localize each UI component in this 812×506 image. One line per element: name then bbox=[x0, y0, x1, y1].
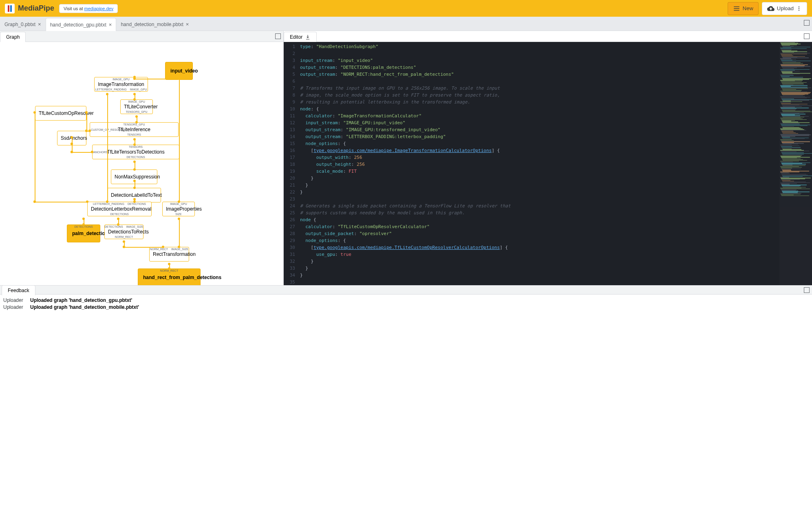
minimap[interactable] bbox=[779, 42, 812, 285]
download-icon[interactable] bbox=[305, 34, 311, 40]
maximize-icon[interactable] bbox=[804, 33, 810, 39]
graph-node-rect-trans[interactable]: NORM_RECTIMAGE_SIZERectTransformation bbox=[149, 247, 189, 262]
brand-name: MediaPipe bbox=[18, 4, 54, 13]
visit-link[interactable]: mediapipe.dev bbox=[84, 6, 114, 11]
visit-link-box[interactable]: Visit us at mediapipe.dev bbox=[59, 4, 118, 13]
graph-node-det-letterbox[interactable]: LETTERBOX_PADDINGDETECTIONSDetectionLett… bbox=[87, 202, 152, 216]
maximize-icon[interactable] bbox=[804, 20, 810, 26]
graph-panel: Graph input_videoIMAGE_GPUImageTransform… bbox=[0, 31, 284, 285]
maximize-icon[interactable] bbox=[804, 287, 810, 293]
svg-point-4 bbox=[799, 8, 799, 9]
new-button[interactable]: New bbox=[728, 2, 759, 15]
graph-node-tflite-converter[interactable]: IMAGE_GPUTfLiteConverterTENSORS_GPU bbox=[120, 99, 153, 114]
graph-node-tflite-custom[interactable]: TfLiteCustomOpResolver bbox=[35, 106, 86, 121]
code-editor[interactable]: 1234567891011121314151617181920212223242… bbox=[284, 42, 812, 285]
graph-node-tflite-inference[interactable]: TENSORS_GPUCUSTOM_OP_RESOLVERTfLiteInfer… bbox=[90, 122, 179, 137]
close-icon[interactable]: × bbox=[38, 21, 41, 27]
upload-button[interactable]: Upload bbox=[762, 2, 807, 15]
graph-tab[interactable]: Graph bbox=[0, 32, 26, 42]
graph-node-det-to-rects[interactable]: DETECTIONSIMAGE_SIZEDetectionsToRectsNOR… bbox=[104, 224, 143, 239]
close-icon[interactable]: × bbox=[109, 22, 112, 28]
svg-point-3 bbox=[799, 6, 799, 7]
menu-icon bbox=[733, 5, 740, 12]
feedback-row: UploaderUploaded graph 'hand_detection_g… bbox=[3, 297, 809, 303]
svg-point-5 bbox=[799, 9, 799, 10]
close-icon[interactable]: × bbox=[186, 21, 189, 27]
editor-panel: Editor 123456789101112131415161718192021… bbox=[284, 31, 812, 285]
graph-node-image-props[interactable]: IMAGE_GPUImagePropertiesSIZE bbox=[162, 202, 195, 216]
maximize-icon[interactable] bbox=[275, 33, 281, 39]
more-vert-icon[interactable] bbox=[796, 5, 802, 12]
feedback-panel: Feedback UploaderUploaded graph 'hand_de… bbox=[0, 285, 812, 343]
graph-node-tensors-to-det[interactable]: TENSORSANCHORSTfLiteTensorsToDetectionsD… bbox=[92, 145, 179, 159]
cloud-upload-icon bbox=[767, 5, 774, 12]
file-tab[interactable]: Graph_0.pbtxt× bbox=[0, 18, 46, 31]
header: MediaPipe Visit us at mediapipe.dev New … bbox=[0, 0, 812, 17]
graph-node-palm-det[interactable]: DETECTIONSpalm_detections bbox=[67, 224, 100, 242]
feedback-row: UploaderUploaded graph 'hand_detection_m… bbox=[3, 304, 809, 310]
file-tab[interactable]: hand_detection_gpu.pbtxt× bbox=[46, 18, 117, 31]
file-tabs: Graph_0.pbtxt×hand_detection_gpu.pbtxt×h… bbox=[0, 17, 812, 31]
feedback-tab[interactable]: Feedback bbox=[2, 285, 35, 295]
file-tab[interactable]: hand_detection_mobile.pbtxt× bbox=[116, 18, 193, 31]
graph-node-hand-rect[interactable]: NORM_RECThand_rect_from_palm_detections bbox=[138, 268, 201, 285]
editor-tab[interactable]: Editor bbox=[284, 32, 317, 42]
mediapipe-logo bbox=[5, 4, 15, 13]
graph-canvas[interactable]: input_videoIMAGE_GPUImageTransformationL… bbox=[0, 42, 283, 285]
